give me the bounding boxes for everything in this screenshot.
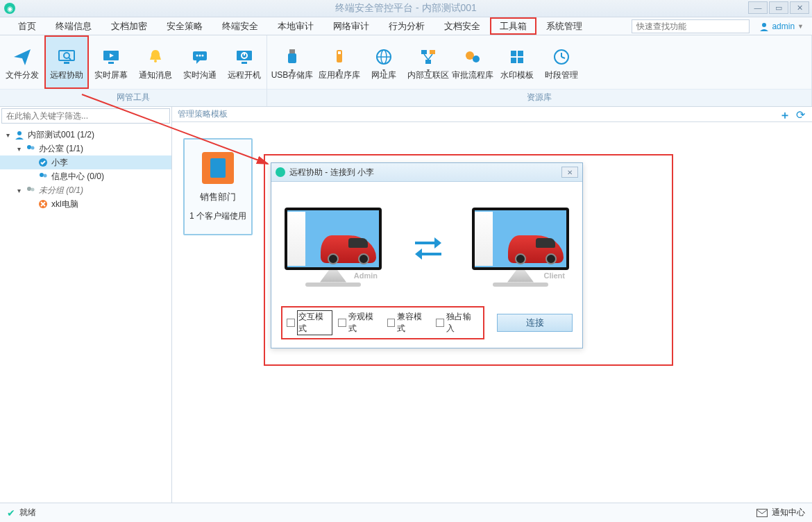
admin-monitor: Admin bbox=[281, 208, 385, 287]
dialog-titlebar[interactable]: 远程协助 - 连接到 小李 ✕ bbox=[271, 163, 582, 182]
policy-icon bbox=[202, 152, 234, 184]
ribbon-realtime-screen[interactable]: 实时屏幕 bbox=[89, 35, 133, 89]
status-text: 就绪 bbox=[19, 507, 36, 519]
ribbon-time-period[interactable]: 时段管理 bbox=[539, 35, 584, 89]
svg-point-11 bbox=[196, 55, 198, 57]
x-icon bbox=[37, 199, 49, 210]
ribbon-group-label-2: 资源库 bbox=[267, 89, 811, 106]
users-icon bbox=[25, 143, 36, 154]
chk-exclusive[interactable]: 独占输入 bbox=[436, 311, 479, 335]
svg-line-4 bbox=[69, 58, 71, 60]
check-icon: ✔ bbox=[7, 507, 15, 519]
menu-local-audit[interactable]: 本地审计 bbox=[268, 17, 323, 35]
svg-rect-15 bbox=[242, 62, 247, 64]
tree-row-xkl[interactable]: xkl电脑 bbox=[0, 197, 171, 211]
close-button[interactable]: ✕ bbox=[790, 1, 809, 14]
mode-options: 交互模式 旁观模式 兼容模式 独占输入 bbox=[281, 306, 484, 339]
tree-toggle-icon[interactable]: ▾ bbox=[15, 187, 22, 194]
connect-button[interactable]: 连接 bbox=[497, 314, 573, 332]
chevron-down-icon: ▼ bbox=[797, 23, 804, 30]
tree-row-office[interactable]: ▾ 办公室 (1/1) bbox=[0, 142, 171, 155]
svg-point-12 bbox=[199, 55, 201, 57]
menu-system-manage[interactable]: 系统管理 bbox=[536, 17, 592, 35]
globe-icon bbox=[374, 47, 394, 67]
ribbon-remote-assist[interactable]: 远程协助 bbox=[44, 35, 89, 89]
tree-toggle-icon[interactable]: ▾ bbox=[15, 145, 22, 152]
notification-center[interactable]: 通知中心 bbox=[756, 507, 805, 519]
menu-behavior[interactable]: 行为分析 bbox=[379, 17, 434, 35]
ribbon-usb[interactable]: USB存储库 ▾ bbox=[267, 35, 317, 89]
chk-observe[interactable]: 旁观模式 bbox=[338, 311, 381, 335]
network-icon bbox=[418, 47, 438, 67]
status-bar: ✔ 就绪 通知中心 bbox=[0, 503, 812, 522]
ribbon-remote-power[interactable]: 远程开机 bbox=[222, 35, 267, 89]
tree-row-xiaoli[interactable]: 小李 bbox=[0, 155, 171, 169]
chk-compat[interactable]: 兼容模式 bbox=[387, 311, 430, 335]
remote-assist-dialog: 远程协助 - 连接到 小李 ✕ Admin Client 交互模式 旁观模式 兼… bbox=[271, 162, 583, 348]
dialog-footer: 交互模式 旁观模式 兼容模式 独占输入 连接 bbox=[281, 299, 573, 339]
gears-icon bbox=[463, 47, 482, 67]
ribbon-internal-net[interactable]: 内部互联区 ▾ bbox=[406, 35, 450, 89]
menu-doc-encrypt[interactable]: 文档加密 bbox=[101, 17, 157, 35]
user-name: admin bbox=[772, 22, 795, 31]
tree-toggle-icon[interactable]: ▾ bbox=[4, 131, 11, 138]
menu-bar: 首页 终端信息 文档加密 安全策略 终端安全 本地审计 网络审计 行为分析 文档… bbox=[0, 17, 812, 35]
menu-security-policy[interactable]: 安全策略 bbox=[157, 17, 212, 35]
dialog-title-text: 远程协助 - 连接到 小李 bbox=[289, 167, 374, 178]
svg-point-13 bbox=[202, 55, 204, 57]
monitors-row: Admin Client bbox=[281, 194, 573, 299]
svg-marker-10 bbox=[196, 60, 200, 64]
menu-doc-security[interactable]: 文档安全 bbox=[434, 17, 490, 35]
tree-row-infocenter[interactable]: 信息中心 (0/0) bbox=[0, 169, 171, 183]
svg-rect-32 bbox=[511, 58, 516, 63]
template-card[interactable]: 销售部门 1 个客户端使用 bbox=[183, 138, 253, 235]
content-tools: ＋ ⟳ bbox=[779, 108, 805, 123]
ribbon-watermark[interactable]: 水印模板 bbox=[495, 35, 539, 89]
ribbon-apps[interactable]: 应用程序库 ▾ bbox=[317, 35, 362, 89]
chk-interactive[interactable]: 交互模式 bbox=[287, 310, 332, 335]
ribbon: 文件分发 远程协助 实时屏幕 通知消息 实时沟通 远程开机 bbox=[0, 35, 812, 107]
chevron-down-icon: ▾ bbox=[427, 67, 430, 74]
client-monitor: Client bbox=[468, 208, 573, 287]
svg-point-41 bbox=[40, 173, 44, 177]
title-bar: ◉ 终端安全管控平台 - 内部测试001 — ▭ ✕ bbox=[0, 0, 812, 17]
svg-rect-2 bbox=[64, 62, 69, 64]
ribbon-url-lib[interactable]: 网址库 ▾ bbox=[362, 35, 406, 89]
search-input[interactable] bbox=[632, 19, 750, 33]
paper-plane-icon bbox=[12, 47, 32, 67]
ribbon-chat[interactable]: 实时沟通 bbox=[178, 35, 222, 89]
svg-rect-19 bbox=[288, 53, 296, 63]
menu-home[interactable]: 首页 bbox=[8, 17, 46, 35]
user-icon bbox=[14, 129, 25, 140]
menu-toolbox[interactable]: 工具箱 bbox=[490, 17, 536, 35]
chevron-down-icon: ▾ bbox=[291, 67, 294, 74]
menu-terminal-info[interactable]: 终端信息 bbox=[46, 17, 101, 35]
tree-row-root[interactable]: ▾ 内部测试001 (1/2) bbox=[0, 128, 171, 142]
power-icon bbox=[235, 47, 254, 67]
app-icon: ◉ bbox=[4, 3, 15, 14]
svg-point-42 bbox=[44, 174, 47, 178]
menu-terminal-security[interactable]: 终端安全 bbox=[212, 17, 268, 35]
refresh-icon[interactable]: ⟳ bbox=[796, 108, 805, 123]
filter-input[interactable] bbox=[1, 108, 170, 124]
svg-point-39 bbox=[31, 146, 35, 150]
ribbon-approval[interactable]: 审批流程库 bbox=[450, 35, 495, 89]
ribbon-notify[interactable]: 通知消息 bbox=[133, 35, 178, 89]
svg-point-38 bbox=[27, 145, 31, 149]
mail-icon bbox=[756, 509, 768, 517]
svg-line-36 bbox=[561, 57, 565, 58]
svg-point-43 bbox=[27, 187, 31, 191]
menu-network-audit[interactable]: 网络审计 bbox=[323, 17, 379, 35]
clock-icon bbox=[552, 47, 571, 67]
svg-point-8 bbox=[154, 60, 157, 62]
ribbon-file-distribute[interactable]: 文件分发 bbox=[0, 35, 44, 89]
minimize-button[interactable]: — bbox=[748, 1, 768, 14]
dialog-close-button[interactable]: ✕ bbox=[561, 167, 578, 178]
user-menu[interactable]: admin ▼ bbox=[755, 22, 808, 31]
content-header: 管理策略模板 bbox=[172, 107, 812, 122]
add-icon[interactable]: ＋ bbox=[779, 108, 790, 123]
maximize-button[interactable]: ▭ bbox=[769, 1, 788, 14]
card-title: 销售部门 bbox=[200, 191, 236, 203]
tree-row-unassigned[interactable]: ▾ 未分组 (0/1) bbox=[0, 183, 171, 197]
svg-rect-25 bbox=[421, 50, 427, 54]
